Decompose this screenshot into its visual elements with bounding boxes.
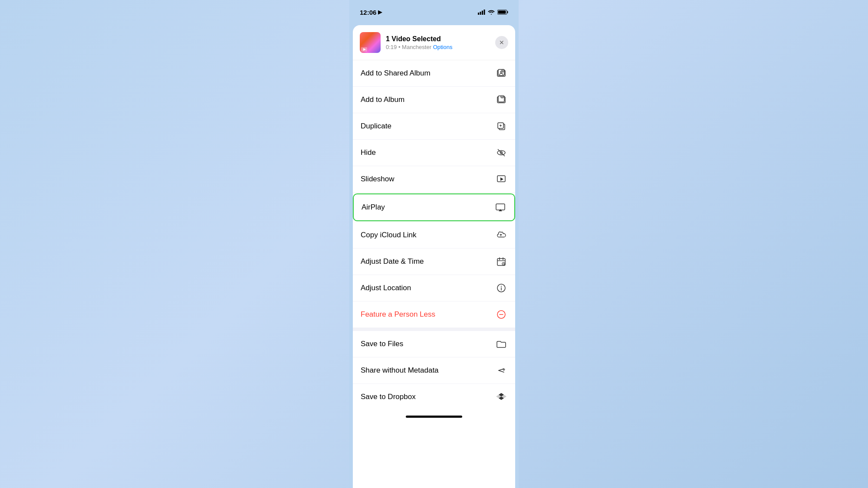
svg-point-41 [501, 286, 502, 287]
airplay-label: AirPlay [362, 203, 385, 212]
folder-icon [495, 338, 507, 350]
save-dropbox-label: Save to Dropbox [361, 393, 416, 401]
share-sheet: 1 Video Selected 0:19 • Manchester Optio… [349, 22, 519, 488]
menu-section-1: Add to Shared Album [353, 60, 515, 328]
signal-icon [478, 10, 485, 15]
menu-item-add-shared-album[interactable]: Add to Shared Album [353, 60, 515, 87]
menu-item-adjust-date[interactable]: Adjust Date & Time [353, 249, 515, 275]
menu-item-icloud-link[interactable]: Copy iCloud Link [353, 222, 515, 249]
svg-rect-29 [496, 204, 505, 210]
hide-icon [495, 147, 507, 159]
menu-item-add-album[interactable]: Add to Album [353, 87, 515, 113]
menu-list: Add to Shared Album [353, 60, 515, 488]
header-info: 1 Video Selected 0:19 • Manchester Optio… [386, 35, 490, 50]
wifi-icon [488, 10, 495, 15]
slideshow-icon [495, 173, 507, 185]
status-time-group: 12:06 ▶ [360, 9, 382, 16]
svg-rect-6 [498, 11, 506, 14]
svg-rect-2 [482, 11, 483, 15]
dropbox-icon [495, 391, 507, 403]
svg-rect-1 [480, 12, 481, 15]
icloud-link-icon [495, 229, 507, 241]
location-icon: ▶ [378, 9, 382, 15]
share-metadata-label: Share without Metadata [361, 366, 439, 375]
add-shared-album-label: Add to Shared Album [361, 69, 431, 78]
svg-line-38 [503, 264, 504, 264]
svg-marker-28 [500, 177, 503, 181]
calendar-icon [495, 255, 507, 268]
info-icon [495, 282, 507, 294]
svg-rect-5 [507, 11, 508, 13]
menu-item-feature-person[interactable]: Feature a Person Less [353, 301, 515, 328]
menu-item-duplicate[interactable]: Duplicate [353, 113, 515, 140]
album-icon [495, 94, 507, 106]
icloud-link-label: Copy iCloud Link [361, 231, 417, 239]
video-thumbnail [360, 32, 381, 53]
duplicate-label: Duplicate [361, 122, 391, 131]
phone-frame: 12:06 ▶ [349, 0, 519, 488]
options-link[interactable]: Options [433, 44, 453, 50]
status-bar: 12:06 ▶ [349, 0, 519, 22]
video-details: 0:19 • Manchester Options [386, 44, 490, 50]
menu-item-airplay[interactable]: AirPlay [353, 193, 515, 221]
menu-item-slideshow[interactable]: Slideshow [353, 166, 515, 193]
minus-circle-icon [495, 308, 507, 321]
add-album-label: Add to Album [361, 95, 404, 104]
menu-item-adjust-location[interactable]: Adjust Location [353, 275, 515, 301]
airplay-icon [494, 201, 506, 213]
hide-label: Hide [361, 148, 376, 157]
home-bar [406, 416, 462, 418]
share-header: 1 Video Selected 0:19 • Manchester Optio… [353, 25, 515, 60]
time-display: 12:06 [360, 9, 376, 16]
battery-icon [497, 10, 508, 15]
section-gap [353, 328, 515, 331]
home-indicator-area [353, 410, 515, 423]
save-files-label: Save to Files [361, 340, 403, 348]
video-selected-title: 1 Video Selected [386, 35, 490, 43]
menu-item-save-files[interactable]: Save to Files [353, 331, 515, 357]
adjust-location-label: Adjust Location [361, 284, 411, 292]
status-icons [478, 10, 508, 15]
menu-item-share-metadata[interactable]: Share without Metadata [353, 357, 515, 384]
menu-section-2: Save to Files Share without Metadata [353, 331, 515, 410]
close-button[interactable]: ✕ [495, 36, 508, 49]
share-metadata-icon [495, 364, 507, 377]
svg-rect-3 [484, 10, 485, 15]
shared-album-icon [495, 67, 507, 79]
feature-person-label: Feature a Person Less [361, 310, 435, 319]
menu-item-save-dropbox[interactable]: Save to Dropbox [353, 384, 515, 410]
menu-item-hide[interactable]: Hide [353, 140, 515, 166]
svg-rect-0 [478, 13, 479, 15]
duplicate-icon [495, 120, 507, 132]
slideshow-label: Slideshow [361, 175, 395, 183]
adjust-date-label: Adjust Date & Time [361, 257, 424, 266]
